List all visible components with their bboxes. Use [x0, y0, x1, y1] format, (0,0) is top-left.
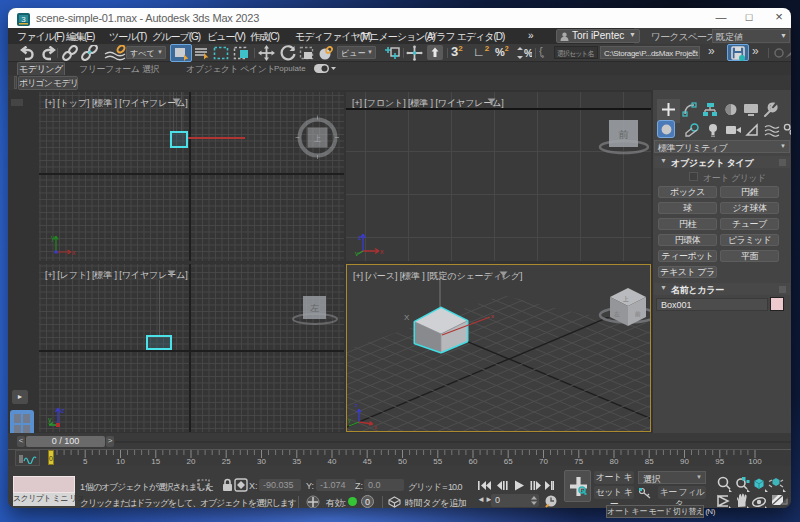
svg-text:5: 5: [83, 457, 88, 466]
svg-text:y: y: [355, 250, 359, 256]
svg-text:50: 50: [398, 457, 407, 466]
svg-text:上: 上: [314, 135, 321, 142]
svg-text:x: x: [374, 424, 377, 430]
svg-text:45: 45: [363, 457, 372, 466]
svg-text:80: 80: [610, 457, 619, 466]
svg-text:30: 30: [257, 457, 266, 466]
svg-text:上: 上: [622, 296, 629, 302]
svg-text:左: 左: [614, 311, 620, 317]
svg-text:左: 左: [310, 303, 319, 313]
svg-text:65: 65: [504, 457, 513, 466]
svg-text:25: 25: [222, 457, 231, 466]
svg-text:%: %: [524, 48, 532, 59]
svg-text:前: 前: [619, 129, 629, 140]
svg-text:10: 10: [116, 457, 125, 466]
svg-text:z: z: [61, 407, 65, 414]
svg-text:100: 100: [748, 457, 762, 466]
svg-text:90: 90: [680, 457, 689, 466]
svg-text:x: x: [491, 313, 494, 319]
svg-text:85: 85: [645, 457, 654, 466]
svg-text:y: y: [51, 234, 55, 242]
svg-text:z: z: [355, 402, 358, 408]
svg-text:55: 55: [433, 457, 442, 466]
svg-text:3: 3: [21, 15, 26, 24]
svg-text:X: X: [404, 313, 410, 322]
svg-text:y: y: [48, 416, 52, 424]
svg-text:15: 15: [151, 457, 160, 466]
svg-text:y: y: [348, 417, 351, 423]
svg-text:95: 95: [715, 457, 724, 466]
svg-text:70: 70: [539, 457, 548, 466]
svg-text:60: 60: [469, 457, 478, 466]
svg-text:z: z: [358, 234, 362, 241]
svg-text:75: 75: [574, 457, 583, 466]
svg-text:20: 20: [187, 457, 196, 466]
svg-text:40: 40: [328, 457, 337, 466]
svg-text:x: x: [72, 249, 76, 256]
svg-text:35: 35: [292, 457, 301, 466]
svg-text:前: 前: [634, 311, 641, 317]
svg-text:x: x: [380, 248, 384, 255]
